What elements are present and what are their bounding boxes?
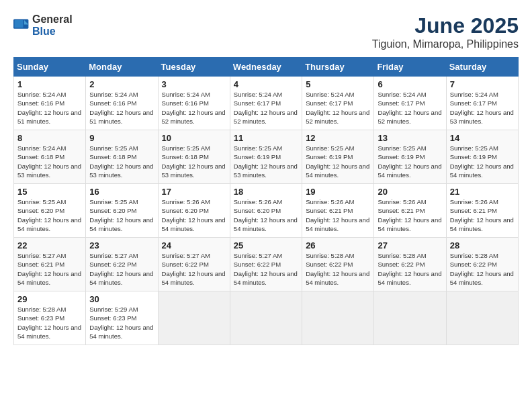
- day-number: 22: [17, 240, 82, 250]
- logo-icon: [13, 19, 30, 32]
- day-info: Sunrise: 5:26 AM Sunset: 6:21 PM Dayligh…: [378, 197, 442, 233]
- day-number: 9: [89, 133, 154, 143]
- col-monday: Monday: [86, 58, 158, 77]
- day-info: Sunrise: 5:24 AM Sunset: 6:17 PM Dayligh…: [450, 90, 515, 126]
- day-number: 6: [378, 79, 442, 89]
- day-cell-2: 2 Sunrise: 5:24 AM Sunset: 6:16 PM Dayli…: [86, 77, 158, 130]
- empty-cell: [446, 291, 518, 345]
- header-row: Sunday Monday Tuesday Wednesday Thursday…: [14, 58, 519, 77]
- day-cell-11: 11 Sunrise: 5:25 AM Sunset: 6:19 PM Dayl…: [230, 130, 302, 184]
- day-number: 11: [234, 133, 298, 143]
- day-cell-26: 26 Sunrise: 5:28 AM Sunset: 6:22 PM Dayl…: [302, 238, 374, 291]
- day-number: 23: [89, 240, 154, 250]
- day-number: 14: [450, 133, 515, 143]
- day-number: 5: [306, 79, 370, 89]
- day-number: 13: [378, 133, 442, 143]
- day-number: 26: [306, 240, 370, 250]
- day-number: 20: [378, 187, 442, 197]
- day-cell-20: 20 Sunrise: 5:26 AM Sunset: 6:21 PM Dayl…: [374, 184, 446, 238]
- day-info: Sunrise: 5:29 AM Sunset: 6:23 PM Dayligh…: [89, 305, 154, 340]
- col-wednesday: Wednesday: [230, 58, 302, 77]
- day-cell-27: 27 Sunrise: 5:28 AM Sunset: 6:22 PM Dayl…: [374, 238, 446, 291]
- day-info: Sunrise: 5:25 AM Sunset: 6:19 PM Dayligh…: [306, 144, 370, 179]
- logo: General Blue: [13, 13, 73, 38]
- day-info: Sunrise: 5:24 AM Sunset: 6:16 PM Dayligh…: [162, 90, 226, 126]
- calendar-week-2: 8 Sunrise: 5:24 AM Sunset: 6:18 PM Dayli…: [14, 130, 519, 184]
- day-number: 10: [162, 133, 226, 143]
- day-number: 18: [234, 187, 298, 197]
- day-info: Sunrise: 5:24 AM Sunset: 6:16 PM Dayligh…: [17, 90, 82, 126]
- day-cell-9: 9 Sunrise: 5:25 AM Sunset: 6:18 PM Dayli…: [86, 130, 158, 184]
- day-info: Sunrise: 5:26 AM Sunset: 6:20 PM Dayligh…: [234, 197, 298, 233]
- month-title: June 2025: [372, 13, 519, 38]
- logo-text: General Blue: [32, 13, 73, 38]
- day-cell-4: 4 Sunrise: 5:24 AM Sunset: 6:17 PM Dayli…: [230, 77, 302, 130]
- day-info: Sunrise: 5:24 AM Sunset: 6:18 PM Dayligh…: [17, 144, 82, 179]
- day-cell-12: 12 Sunrise: 5:25 AM Sunset: 6:19 PM Dayl…: [302, 130, 374, 184]
- day-number: 29: [17, 294, 82, 304]
- day-info: Sunrise: 5:28 AM Sunset: 6:23 PM Dayligh…: [17, 305, 82, 340]
- day-info: Sunrise: 5:25 AM Sunset: 6:20 PM Dayligh…: [17, 197, 82, 233]
- day-info: Sunrise: 5:27 AM Sunset: 6:22 PM Dayligh…: [234, 251, 298, 287]
- day-number: 16: [89, 187, 154, 197]
- day-cell-16: 16 Sunrise: 5:25 AM Sunset: 6:20 PM Dayl…: [86, 184, 158, 238]
- day-info: Sunrise: 5:24 AM Sunset: 6:17 PM Dayligh…: [378, 90, 442, 126]
- day-cell-10: 10 Sunrise: 5:25 AM Sunset: 6:18 PM Dayl…: [158, 130, 230, 184]
- day-number: 24: [162, 240, 226, 250]
- day-cell-1: 1 Sunrise: 5:24 AM Sunset: 6:16 PM Dayli…: [14, 77, 86, 130]
- day-cell-23: 23 Sunrise: 5:27 AM Sunset: 6:22 PM Dayl…: [86, 238, 158, 291]
- calendar-week-3: 15 Sunrise: 5:25 AM Sunset: 6:20 PM Dayl…: [14, 184, 519, 238]
- day-info: Sunrise: 5:24 AM Sunset: 6:17 PM Dayligh…: [306, 90, 370, 126]
- day-cell-13: 13 Sunrise: 5:25 AM Sunset: 6:19 PM Dayl…: [374, 130, 446, 184]
- day-cell-6: 6 Sunrise: 5:24 AM Sunset: 6:17 PM Dayli…: [374, 77, 446, 130]
- empty-cell: [302, 291, 374, 345]
- calendar: Sunday Monday Tuesday Wednesday Thursday…: [13, 57, 519, 345]
- day-cell-29: 29 Sunrise: 5:28 AM Sunset: 6:23 PM Dayl…: [14, 291, 86, 345]
- day-cell-17: 17 Sunrise: 5:26 AM Sunset: 6:20 PM Dayl…: [158, 184, 230, 238]
- day-info: Sunrise: 5:28 AM Sunset: 6:22 PM Dayligh…: [450, 251, 515, 287]
- day-number: 2: [89, 79, 154, 89]
- day-number: 17: [162, 187, 226, 197]
- day-number: 25: [234, 240, 298, 250]
- day-info: Sunrise: 5:25 AM Sunset: 6:19 PM Dayligh…: [378, 144, 442, 179]
- day-info: Sunrise: 5:26 AM Sunset: 6:21 PM Dayligh…: [306, 197, 370, 233]
- col-tuesday: Tuesday: [158, 58, 230, 77]
- day-info: Sunrise: 5:25 AM Sunset: 6:19 PM Dayligh…: [234, 144, 298, 179]
- calendar-week-1: 1 Sunrise: 5:24 AM Sunset: 6:16 PM Dayli…: [14, 77, 519, 130]
- day-info: Sunrise: 5:28 AM Sunset: 6:22 PM Dayligh…: [306, 251, 370, 287]
- day-info: Sunrise: 5:26 AM Sunset: 6:20 PM Dayligh…: [162, 197, 226, 233]
- day-info: Sunrise: 5:27 AM Sunset: 6:22 PM Dayligh…: [162, 251, 226, 287]
- day-info: Sunrise: 5:25 AM Sunset: 6:19 PM Dayligh…: [450, 144, 515, 179]
- day-info: Sunrise: 5:27 AM Sunset: 6:21 PM Dayligh…: [17, 251, 82, 287]
- day-info: Sunrise: 5:25 AM Sunset: 6:18 PM Dayligh…: [89, 144, 154, 179]
- day-info: Sunrise: 5:28 AM Sunset: 6:22 PM Dayligh…: [378, 251, 442, 287]
- day-cell-5: 5 Sunrise: 5:24 AM Sunset: 6:17 PM Dayli…: [302, 77, 374, 130]
- col-thursday: Thursday: [302, 58, 374, 77]
- day-cell-14: 14 Sunrise: 5:25 AM Sunset: 6:19 PM Dayl…: [446, 130, 518, 184]
- col-saturday: Saturday: [446, 58, 518, 77]
- day-cell-21: 21 Sunrise: 5:26 AM Sunset: 6:21 PM Dayl…: [446, 184, 518, 238]
- day-cell-30: 30 Sunrise: 5:29 AM Sunset: 6:23 PM Dayl…: [86, 291, 158, 345]
- svg-rect-2: [15, 20, 24, 28]
- day-info: Sunrise: 5:24 AM Sunset: 6:16 PM Dayligh…: [89, 90, 154, 126]
- day-cell-24: 24 Sunrise: 5:27 AM Sunset: 6:22 PM Dayl…: [158, 238, 230, 291]
- empty-cell: [230, 291, 302, 345]
- day-cell-22: 22 Sunrise: 5:27 AM Sunset: 6:21 PM Dayl…: [14, 238, 86, 291]
- day-number: 19: [306, 187, 370, 197]
- day-number: 8: [17, 133, 82, 143]
- day-cell-28: 28 Sunrise: 5:28 AM Sunset: 6:22 PM Dayl…: [446, 238, 518, 291]
- calendar-week-4: 22 Sunrise: 5:27 AM Sunset: 6:21 PM Dayl…: [14, 238, 519, 291]
- day-number: 28: [450, 240, 515, 250]
- day-cell-3: 3 Sunrise: 5:24 AM Sunset: 6:16 PM Dayli…: [158, 77, 230, 130]
- day-cell-8: 8 Sunrise: 5:24 AM Sunset: 6:18 PM Dayli…: [14, 130, 86, 184]
- day-info: Sunrise: 5:26 AM Sunset: 6:21 PM Dayligh…: [450, 197, 515, 233]
- day-number: 30: [89, 294, 154, 304]
- col-sunday: Sunday: [14, 58, 86, 77]
- day-info: Sunrise: 5:24 AM Sunset: 6:17 PM Dayligh…: [234, 90, 298, 126]
- day-info: Sunrise: 5:27 AM Sunset: 6:22 PM Dayligh…: [89, 251, 154, 287]
- header: General Blue June 2025 Tiguion, Mimaropa…: [13, 13, 519, 50]
- col-friday: Friday: [374, 58, 446, 77]
- day-number: 3: [162, 79, 226, 89]
- day-cell-7: 7 Sunrise: 5:24 AM Sunset: 6:17 PM Dayli…: [446, 77, 518, 130]
- day-info: Sunrise: 5:25 AM Sunset: 6:20 PM Dayligh…: [89, 197, 154, 233]
